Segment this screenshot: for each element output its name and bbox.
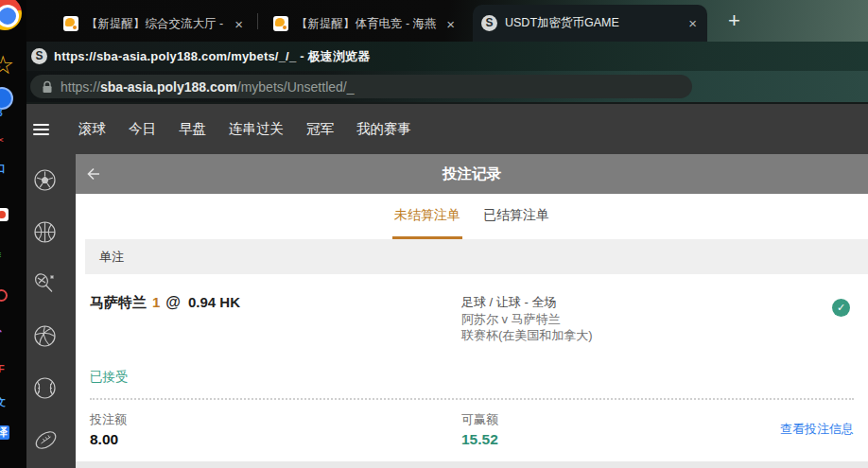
weibo-shortcut-icon[interactable]	[0, 208, 9, 221]
nav-items: 滚球 今日 早盘 连串过关 冠军 我的赛事	[78, 120, 411, 138]
odds-value: 0.94 HK	[188, 294, 240, 310]
bet-card: 马萨特兰1@0.94 HK 足球 / 让球 - 全场 阿苏尔 v 马萨特兰 联赛…	[76, 294, 868, 448]
sports-sidebar	[26, 154, 76, 468]
screen: ☆ B ✂ 口 ≡ ◔ IF 文 泽 【新提醒】综合交流大厅 - 海燕策略 × …	[0, 0, 868, 468]
nav-item-my-events[interactable]: 我的赛事	[356, 120, 411, 138]
nav-item-today[interactable]: 今日	[129, 120, 156, 138]
soccer-icon[interactable]	[32, 167, 58, 193]
star-shortcut-icon[interactable]: ☆	[0, 50, 14, 80]
bet-status-tabs: 未结算注单 已结算注单	[76, 194, 868, 239]
stake-label: 投注额	[90, 411, 461, 428]
haiyan-favicon-icon	[273, 16, 288, 31]
globe-page-icon: S	[31, 48, 47, 64]
accepted-check-icon: ✓	[832, 299, 850, 317]
lock-icon[interactable]	[42, 80, 53, 94]
stake-block: 投注额 8.00	[90, 411, 461, 448]
at-symbol: @	[165, 294, 181, 310]
bet-status-accepted: 已接受	[90, 369, 854, 386]
desktop-shortcut-icon[interactable]: 口	[0, 162, 9, 176]
tab-close-icon[interactable]: ×	[686, 16, 699, 30]
american-football-icon[interactable]	[32, 427, 60, 453]
section-label-single-bet: 单注	[85, 239, 868, 274]
browser-tab-2[interactable]: 【新提醒】体育电竞 - 海燕策略论坛 ×	[265, 6, 465, 42]
url-text: https://sba-asia.poly188.com/mybets/Unse…	[61, 79, 355, 95]
stake-value: 8.00	[90, 431, 461, 448]
browser-tab-3-active[interactable]: S USDT加密货币GAME ×	[473, 5, 707, 42]
baseball-icon[interactable]	[32, 375, 58, 401]
desktop-shortcut-icon[interactable]	[0, 289, 8, 302]
tab-strip: 【新提醒】综合交流大厅 - 海燕策略 × 【新提醒】体育电竞 - 海燕策略论坛 …	[26, 0, 868, 42]
tab-close-icon[interactable]: ×	[444, 17, 457, 31]
view-bet-info-link[interactable]: 查看投注信息	[780, 421, 854, 438]
nav-item-outright[interactable]: 冠军	[306, 120, 334, 138]
window-title-bar: S https://sba-asia.poly188.com/mybets/_/…	[26, 42, 868, 71]
competition-name: 联赛杯(在美国和加拿大)	[461, 327, 816, 344]
page-header: 投注记录	[76, 154, 868, 194]
desktop-shortcut-icon[interactable]: B	[0, 106, 9, 120]
new-tab-button[interactable]: +	[728, 9, 740, 33]
address-bar[interactable]: https://sba-asia.poly188.com/mybets/Unse…	[30, 75, 692, 98]
desktop-shortcut-icon[interactable]: ✂	[0, 133, 9, 147]
basketball-icon[interactable]	[32, 219, 58, 245]
hamburger-menu-icon[interactable]	[33, 124, 49, 135]
tab-title: 【新提醒】综合交流大厅 - 海燕策略	[86, 16, 225, 32]
bet-selection-line: 马萨特兰1@0.94 HK	[90, 294, 461, 344]
page-title: 投注记录	[443, 165, 501, 184]
handicap-value: 1	[152, 294, 160, 310]
address-bar-row: https://sba-asia.poly188.com/mybets/Unse…	[26, 71, 868, 102]
nav-item-live[interactable]: 滚球	[78, 120, 106, 138]
browser-tab-1[interactable]: 【新提醒】综合交流大厅 - 海燕策略 ×	[55, 6, 253, 42]
selection-name: 马萨特兰	[90, 294, 147, 310]
translate-shortcut-icon[interactable]: 泽	[0, 425, 9, 440]
tennis-icon[interactable]	[32, 271, 58, 297]
back-arrow-icon[interactable]	[85, 165, 102, 182]
desktop-edge-strip: ☆ B ✂ 口 ≡ ◔ IF 文 泽	[0, 0, 26, 468]
dotted-divider	[90, 398, 854, 400]
chrome-logo-icon[interactable]	[0, 0, 22, 30]
volleyball-icon[interactable]	[32, 323, 58, 349]
window-title: https://sba-asia.poly188.com/mybets/_/_ …	[54, 48, 371, 65]
market-info: 足球 / 让球 - 全场 阿苏尔 v 马萨特兰 联赛杯(在美国和加拿大)	[461, 294, 816, 344]
tab-settled[interactable]: 已结算注单	[481, 194, 551, 239]
next-section-band	[76, 461, 868, 468]
app-top-nav: 滚球 今日 早盘 连串过关 冠军 我的赛事	[26, 104, 868, 154]
desktop-shortcut-icon[interactable]: ≡	[0, 248, 9, 262]
desktop-shortcut-icon[interactable]: ◔	[0, 324, 9, 338]
nav-item-early[interactable]: 早盘	[179, 120, 206, 138]
tab-title: 【新提醒】体育电竞 - 海燕策略论坛	[296, 16, 437, 32]
globe-favicon-icon: S	[481, 15, 497, 31]
desktop-shortcut-icon[interactable]: IF	[0, 362, 9, 376]
market-name: 足球 / 让球 - 全场	[461, 294, 816, 311]
nav-item-parlay[interactable]: 连串过关	[229, 120, 284, 138]
tab-close-icon[interactable]: ×	[233, 17, 245, 31]
haiyan-favicon-icon	[63, 16, 78, 31]
browser-chrome: 【新提醒】综合交流大厅 - 海燕策略 × 【新提醒】体育电竞 - 海燕策略论坛 …	[26, 0, 868, 102]
tab-title: USDT加密货币GAME	[505, 15, 679, 31]
tab-separator	[257, 13, 258, 29]
bet-history-page: 投注记录 未结算注单 已结算注单 单注 马萨特兰1@0.94 HK 足球 / 让…	[76, 154, 868, 468]
tab-unsettled[interactable]: 未结算注单	[392, 194, 462, 239]
fixture-name: 阿苏尔 v 马萨特兰	[461, 311, 816, 328]
betting-app: 滚球 今日 早盘 连串过关 冠军 我的赛事	[26, 102, 868, 468]
desktop-shortcut-icon[interactable]: 文	[0, 395, 9, 409]
